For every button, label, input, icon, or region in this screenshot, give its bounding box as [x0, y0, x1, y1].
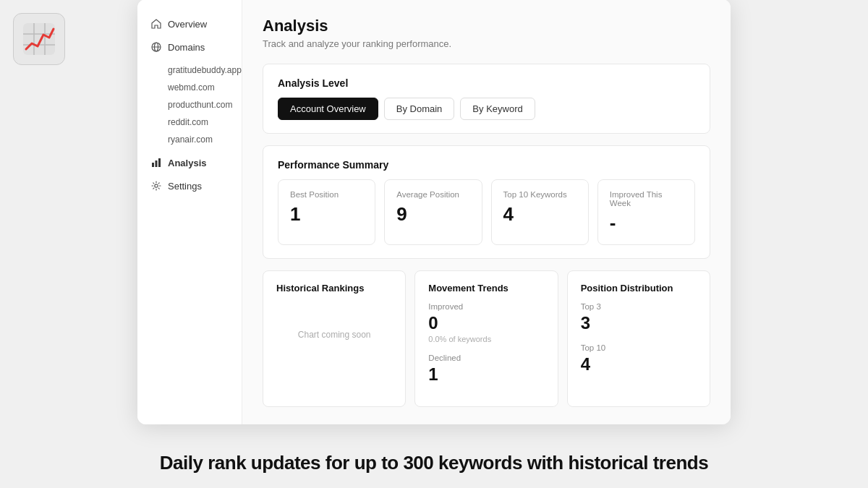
sidebar-domain-reddit[interactable]: reddit.com	[137, 114, 242, 131]
page-header: Analysis Track and analyze your ranking …	[263, 17, 710, 49]
main-window: Overview Domains gratitudebuddy.app webm…	[137, 0, 731, 424]
sidebar-item-settings-label: Settings	[168, 181, 202, 192]
globe-icon	[150, 41, 162, 53]
tab-account-overview[interactable]: Account Overview	[278, 98, 378, 120]
page-subtitle: Track and analyze your ranking performan…	[263, 38, 710, 49]
sidebar-item-settings[interactable]: Settings	[137, 174, 242, 197]
metric-top10-value: 4	[503, 203, 576, 226]
position-top10: Top 10 4	[581, 343, 697, 374]
historical-rankings-card: Historical Rankings Chart coming soon	[263, 270, 406, 407]
sidebar-item-analysis[interactable]: Analysis	[137, 151, 242, 174]
movement-declined-label: Declined	[428, 354, 544, 362]
main-content: Analysis Track and analyze your ranking …	[242, 0, 731, 424]
svg-rect-10	[158, 158, 161, 167]
metric-best-position: Best Position 1	[278, 179, 375, 245]
analysis-level-card: Analysis Level Account Overview By Domai…	[263, 64, 710, 134]
sidebar-item-analysis-label: Analysis	[168, 158, 206, 168]
metric-top10: Top 10 Keywords 4	[491, 179, 589, 245]
sidebar-domain-ryanair[interactable]: ryanair.com	[137, 131, 242, 148]
sidebar-domain-gratitudebuddy[interactable]: gratitudebuddy.app	[137, 61, 242, 79]
sidebar-item-domains-label: Domains	[168, 42, 205, 53]
bottom-grid: Historical Rankings Chart coming soon Mo…	[263, 270, 710, 407]
metric-best-position-value: 1	[290, 203, 363, 226]
sidebar-domain-list: gratitudebuddy.app webmd.com producthunt…	[137, 61, 242, 148]
movement-improved: Improved 0 0.0% of keywords	[428, 302, 544, 343]
svg-rect-8	[152, 163, 154, 167]
settings-icon	[150, 180, 162, 192]
movement-declined-value: 1	[428, 364, 544, 385]
metric-improved: Improved This Week -	[597, 179, 695, 245]
position-top10-label: Top 10	[581, 343, 697, 352]
metric-improved-label: Improved This Week	[610, 190, 683, 207]
metric-avg-position-label: Average Position	[396, 190, 469, 199]
metric-avg-position-value: 9	[396, 203, 469, 226]
page-title: Analysis	[263, 17, 710, 35]
metric-improved-value: -	[610, 212, 683, 234]
tab-by-domain[interactable]: By Domain	[384, 98, 455, 120]
svg-point-11	[155, 184, 158, 187]
position-top3-label: Top 3	[581, 302, 697, 311]
analysis-level-tabs: Account Overview By Domain By Keyword	[278, 98, 695, 120]
movement-improved-pct: 0.0% of keywords	[428, 335, 544, 343]
position-top3: Top 3 3	[581, 302, 697, 333]
home-icon	[150, 18, 162, 30]
metric-avg-position: Average Position 9	[384, 179, 482, 245]
movement-trends-card: Movement Trends Improved 0 0.0% of keywo…	[414, 270, 558, 407]
position-top3-value: 3	[581, 313, 697, 333]
tab-by-keyword[interactable]: By Keyword	[460, 98, 535, 120]
svg-rect-0	[23, 23, 55, 55]
sidebar-item-domains[interactable]: Domains	[137, 35, 242, 59]
metric-top10-label: Top 10 Keywords	[503, 190, 576, 199]
app-logo	[13, 13, 65, 65]
logo-area	[13, 13, 65, 65]
bottom-tagline: Daily rank updates for up to 300 keyword…	[160, 452, 708, 474]
movement-improved-value: 0	[428, 313, 544, 333]
svg-rect-9	[156, 160, 158, 167]
performance-summary-title: Performance Summary	[278, 159, 695, 171]
sidebar-item-overview[interactable]: Overview	[137, 12, 242, 35]
movement-improved-label: Improved	[428, 302, 544, 311]
sidebar: Overview Domains gratitudebuddy.app webm…	[137, 0, 242, 424]
analysis-level-title: Analysis Level	[278, 77, 695, 89]
chart-icon	[150, 157, 162, 168]
performance-metrics-grid: Best Position 1 Average Position 9 Top 1…	[278, 179, 695, 245]
position-top10-value: 4	[581, 354, 697, 374]
metric-best-position-label: Best Position	[290, 190, 363, 199]
sidebar-item-overview-label: Overview	[168, 19, 207, 30]
historical-rankings-title: Historical Rankings	[276, 283, 392, 294]
sidebar-domain-producthunt[interactable]: producthunt.com	[137, 96, 242, 114]
performance-summary-card: Performance Summary Best Position 1 Aver…	[263, 145, 710, 259]
movement-trends-title: Movement Trends	[428, 283, 544, 294]
app-container: Overview Domains gratitudebuddy.app webm…	[0, 0, 868, 488]
movement-declined: Declined 1	[428, 354, 544, 385]
chart-placeholder: Chart coming soon	[276, 302, 392, 367]
sidebar-domain-webmd[interactable]: webmd.com	[137, 79, 242, 96]
position-distribution-title: Position Distribution	[581, 283, 697, 294]
position-distribution-card: Position Distribution Top 3 3 Top 10 4	[567, 270, 710, 407]
